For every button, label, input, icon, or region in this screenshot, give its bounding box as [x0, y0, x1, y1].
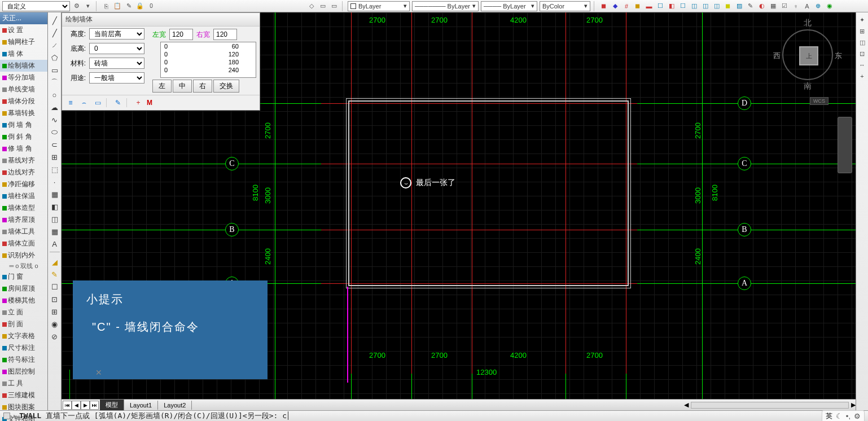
tb-ic-13[interactable]: ▨: [735, 2, 744, 11]
polygon-icon[interactable]: ⬠: [49, 52, 60, 63]
bottom-select[interactable]: 0: [89, 43, 144, 54]
rt-6-icon[interactable]: +: [857, 71, 867, 81]
navigation-bar[interactable]: [838, 117, 852, 173]
point-icon[interactable]: ·: [49, 176, 60, 187]
menu-item[interactable]: 倒 墙 角: [0, 119, 47, 131]
tb-ic-12[interactable]: ◼: [724, 2, 733, 11]
dropdown-icon[interactable]: ▾: [84, 2, 93, 11]
insert-icon[interactable]: ⊞: [49, 151, 60, 163]
left-width-input[interactable]: [169, 29, 193, 40]
tab-layout2[interactable]: Layout2: [158, 401, 192, 410]
mode-2-icon[interactable]: ⌢: [79, 98, 89, 108]
menu-item[interactable]: 墙齐屋顶: [0, 214, 47, 226]
tb-ic-16[interactable]: ▦: [769, 2, 778, 11]
tab-next-icon[interactable]: ▶: [81, 401, 90, 410]
zero-icon[interactable]: 0: [147, 2, 156, 11]
mod-1-icon[interactable]: ◢: [49, 256, 60, 267]
brush-icon[interactable]: ✎: [113, 98, 123, 108]
rt-1-icon[interactable]: ✦: [857, 15, 867, 25]
tb-ic-20[interactable]: ⊕: [814, 2, 823, 11]
tb-ic-6[interactable]: ☐: [656, 2, 665, 11]
menu-item[interactable]: 基线对齐: [0, 155, 47, 166]
tab-model[interactable]: 模型: [100, 400, 124, 410]
text-icon[interactable]: A: [49, 238, 60, 249]
table-icon[interactable]: ▦: [49, 226, 60, 237]
scroll-right-icon[interactable]: ▶: [851, 401, 856, 409]
swap-button[interactable]: 交换: [213, 80, 239, 93]
ellipse-arc-icon[interactable]: ⊂: [49, 139, 60, 150]
menu-item[interactable]: 修 墙 角: [0, 143, 47, 155]
scroll-left-icon[interactable]: ◀: [684, 401, 689, 409]
menu-item[interactable]: 剖 面: [0, 318, 47, 330]
menu-item[interactable]: 房间屋顶: [0, 283, 47, 295]
mode-1-icon[interactable]: ≡: [65, 98, 76, 108]
tb-ic-19[interactable]: A: [803, 2, 812, 11]
tab-prev-icon[interactable]: ◀: [72, 401, 81, 410]
menu-item[interactable]: 墙体立面: [0, 238, 47, 249]
menu-item[interactable]: 墙体工具: [0, 226, 47, 238]
tool-icon[interactable]: ◇: [307, 2, 316, 11]
rt-2-icon[interactable]: ⊞: [857, 26, 867, 36]
menu-item[interactable]: 图层控制: [0, 366, 47, 378]
m-icon[interactable]: M: [147, 99, 152, 107]
spline-icon[interactable]: ∿: [49, 114, 60, 125]
copy-icon[interactable]: ⎘: [102, 2, 111, 11]
tb-ic-14[interactable]: ✎: [746, 2, 755, 11]
settings-icon[interactable]: ⚙: [854, 412, 861, 420]
tab-first-icon[interactable]: ⏮: [63, 401, 72, 410]
menu-item[interactable]: 轴网柱子: [0, 36, 47, 48]
mod-5-icon[interactable]: ⊞: [49, 306, 60, 317]
menu-item[interactable]: 三维建模: [0, 389, 47, 401]
tb-ic-18[interactable]: ♀: [791, 2, 800, 11]
match-icon[interactable]: ✎: [124, 2, 133, 11]
hatch-icon[interactable]: ▦: [49, 188, 60, 200]
tool-icon-3[interactable]: ▭: [330, 2, 339, 11]
tb-ic-4[interactable]: ◼: [633, 2, 642, 11]
block-icon[interactable]: ⬚: [49, 164, 60, 175]
moon-icon[interactable]: ☾: [836, 412, 843, 420]
menu-item[interactable]: 绘制墙体: [0, 60, 47, 72]
ellipse-icon[interactable]: ⬭: [49, 126, 60, 138]
plot-style-control[interactable]: ByColor▾: [540, 1, 590, 11]
menu-item[interactable]: 幕墙转换: [0, 107, 47, 119]
tb-ic-1[interactable]: ◼: [599, 2, 608, 11]
menu-item[interactable]: 符号标注: [0, 354, 47, 366]
tb-ic-10[interactable]: ◫: [701, 2, 710, 11]
right-width-input[interactable]: [213, 29, 237, 40]
pline-icon[interactable]: ⟋: [49, 40, 60, 51]
line-icon[interactable]: ╱: [49, 15, 60, 26]
menu-item[interactable]: 净距偏移: [0, 178, 47, 190]
tb-ic-3[interactable]: #: [622, 2, 631, 11]
height-select[interactable]: 当前层高: [89, 28, 144, 40]
view-cube[interactable]: 北 西 东 上 南: [777, 18, 839, 94]
tb-ic-5[interactable]: ▬: [645, 2, 654, 11]
right-button[interactable]: 右: [193, 80, 212, 93]
xline-icon[interactable]: ╱: [49, 27, 60, 38]
tb-ic-15[interactable]: ◐: [757, 2, 766, 11]
menu-item[interactable]: 楼梯其他: [0, 295, 47, 306]
tab-last-icon[interactable]: ⏭: [90, 401, 99, 410]
usage-select[interactable]: 一般墙: [89, 72, 144, 84]
menu-item[interactable]: 工 具: [0, 378, 47, 389]
mod-2-icon[interactable]: ✎: [49, 269, 60, 280]
menu-item[interactable]: 等分加墙: [0, 72, 47, 84]
arc-icon[interactable]: ⌒: [49, 77, 60, 88]
menu-item[interactable]: 边线对齐: [0, 166, 47, 178]
lock-icon[interactable]: 🔒: [135, 2, 144, 11]
rt-4-icon[interactable]: ⊡: [857, 49, 867, 59]
gradient-icon[interactable]: ◧: [49, 201, 60, 212]
drawing-canvas[interactable]: 2700 2700 4200 2700 2700 2700 4200 2700 …: [62, 12, 856, 410]
menu-item[interactable]: 墙柱保温: [0, 190, 47, 202]
mod-6-icon[interactable]: ◉: [49, 318, 60, 330]
width-listbox[interactable]: 060012001800240: [160, 42, 256, 78]
custom-dropdown[interactable]: 自定义: [2, 1, 70, 11]
region-icon[interactable]: ◫: [49, 213, 60, 225]
menu-item[interactable]: 识别内外: [0, 249, 47, 261]
mod-3-icon[interactable]: ☐: [49, 281, 60, 292]
tb-ic-2[interactable]: ◆: [611, 2, 620, 11]
mode-3-icon[interactable]: ▭: [93, 98, 103, 108]
rt-5-icon[interactable]: ↔: [857, 60, 867, 70]
mod-7-icon[interactable]: ⊘: [49, 331, 60, 342]
tb-ic-21[interactable]: ◉: [825, 2, 834, 11]
menu-item[interactable]: 立 面: [0, 306, 47, 318]
